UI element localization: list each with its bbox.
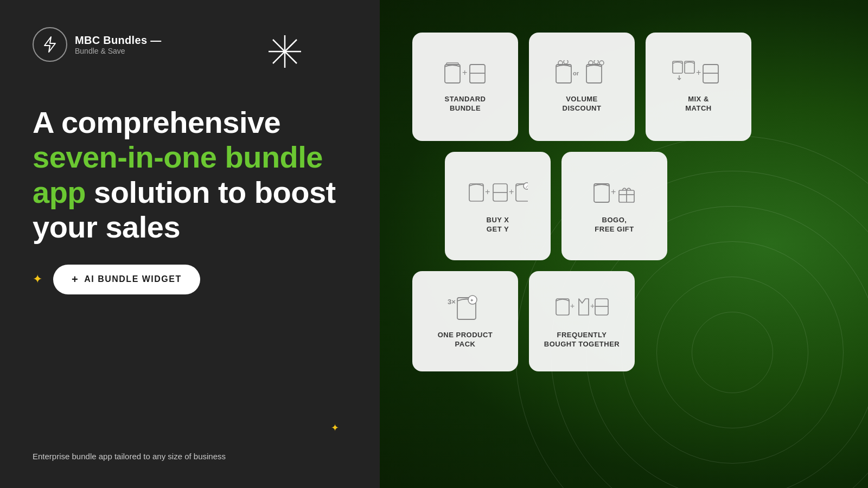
svg-rect-21 (703, 65, 718, 83)
star-decoration-left: ✦ (33, 272, 42, 286)
svg-rect-10 (556, 65, 571, 83)
card-frequently-bought: + + FREQUENTLY BOUGHT TOGETHER (529, 271, 635, 371)
label-mix-match: MIX & MATCH (685, 95, 711, 113)
icon-standard-bundle: + (444, 60, 487, 87)
cards-row-2: + + ✓ BUY X GET Y + (445, 152, 667, 260)
logo-name: MBC Bundles — (75, 34, 161, 47)
label-volume-discount: VOLUME DISCOUNT (563, 95, 602, 113)
headline-highlight: seven-in-one bundle (33, 140, 323, 174)
svg-point-16 (594, 60, 598, 64)
svg-rect-31 (594, 184, 609, 202)
card-one-product-pack: 3× ✦ ONE PRODUCT PACK (412, 271, 518, 371)
svg-text:3×: 3× (448, 298, 456, 306)
headline-line3: solution to boost (86, 175, 336, 209)
label-frequently-bought: FREQUENTLY BOUGHT TOGETHER (544, 331, 620, 349)
headline-line1: A comprehensive (33, 105, 280, 139)
left-panel: MBC Bundles — Bundle & Save A comprehens… (0, 0, 380, 488)
icon-volume-discount: or (555, 60, 609, 87)
logo-subtitle: Bundle & Save (75, 47, 161, 55)
icon-mix-match: + (672, 60, 726, 87)
icon-bogo-free-gift: + (593, 178, 636, 208)
svg-rect-40 (556, 299, 569, 315)
logo-icon (42, 36, 58, 53)
asterisk-decoration (266, 33, 304, 73)
svg-rect-6 (446, 63, 458, 65)
headline-app: app (33, 175, 86, 209)
card-buy-x-get-y: + + ✓ BUY X GET Y (445, 152, 551, 260)
label-one-product-pack: ONE PRODUCT PACK (438, 331, 493, 349)
svg-text:+: + (570, 301, 575, 310)
svg-text:+: + (509, 187, 514, 196)
right-panel: + STANDARD BUNDLE or (380, 0, 868, 488)
cards-row-1: + STANDARD BUNDLE or (412, 33, 751, 141)
widget-row: ✦ + AI BUNDLE WIDGET (33, 265, 347, 294)
svg-text:✓: ✓ (525, 184, 528, 189)
svg-rect-4 (445, 65, 460, 83)
logo-text: MBC Bundles — Bundle & Save (75, 34, 161, 55)
headline-area: A comprehensive seven-in-one bundle app … (33, 105, 347, 435)
icon-one-product-pack: 3× ✦ (446, 293, 484, 323)
svg-text:+: + (590, 301, 595, 310)
icon-frequently-bought: + + (555, 293, 609, 323)
svg-text:+: + (696, 68, 701, 77)
card-mix-match: + MIX & MATCH (646, 33, 751, 141)
svg-rect-43 (595, 299, 608, 315)
widget-label: AI BUNDLE WIDGET (84, 274, 182, 284)
cards-row-3: 3× ✦ ONE PRODUCT PACK + + (412, 271, 635, 371)
card-volume-discount: or VOLUME DISCOUNT (529, 33, 635, 141)
enterprise-text: Enterprise bundle app tailored to any si… (33, 452, 347, 461)
svg-text:or: or (573, 70, 579, 76)
svg-text:+: + (611, 187, 616, 196)
svg-rect-14 (586, 65, 602, 83)
svg-point-17 (599, 61, 604, 65)
label-buy-x-get-y: BUY X GET Y (487, 216, 509, 234)
headline: A comprehensive seven-in-one bundle app … (33, 105, 347, 245)
svg-text:✦: ✦ (470, 298, 474, 303)
svg-rect-8 (470, 65, 485, 83)
icon-buy-x-get-y: + + ✓ (468, 178, 528, 208)
headline-line4: your sales (33, 210, 180, 244)
widget-plus: + (72, 273, 79, 286)
svg-point-12 (564, 60, 568, 64)
label-bogo-free-gift: BOGO, FREE GIFT (595, 216, 634, 234)
svg-text:+: + (462, 68, 467, 77)
label-standard-bundle: STANDARD BUNDLE (445, 95, 486, 113)
svg-rect-23 (469, 184, 483, 201)
card-bogo-free-gift: + BOGO, FREE GIFT (561, 152, 667, 260)
widget-button[interactable]: + AI BUNDLE WIDGET (53, 265, 200, 294)
svg-text:+: + (485, 187, 490, 196)
star-decoration-bottom: ✦ (331, 422, 339, 434)
card-standard-bundle: + STANDARD BUNDLE (412, 33, 518, 141)
logo-circle (33, 27, 67, 62)
